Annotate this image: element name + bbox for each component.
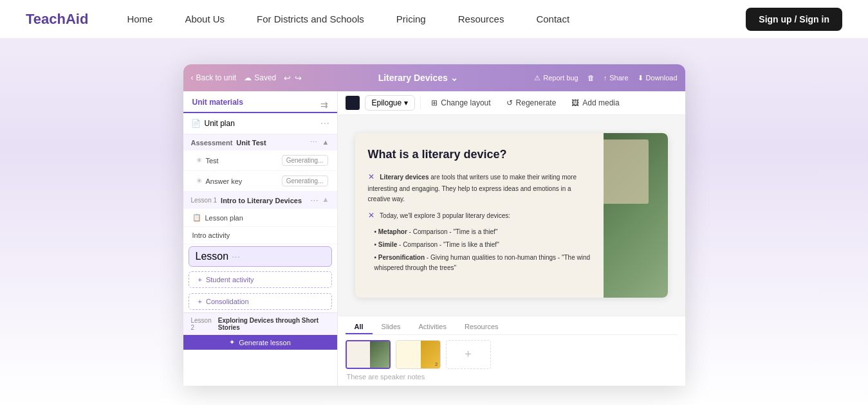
assessment-menu-icon[interactable]: ⋯	[310, 138, 317, 147]
slide-body: ✕ Literary devices are tools that writer…	[368, 171, 591, 273]
lesson2-label: Lesson 2	[191, 317, 214, 331]
plus-icon-consolidation: +	[198, 298, 202, 305]
nav-contact[interactable]: Contact	[536, 14, 569, 24]
back-to-unit-button[interactable]: ‹ Back to unit	[191, 73, 237, 82]
bullet-x-icon: ✕	[368, 172, 374, 181]
document-icon: 📄	[191, 119, 201, 128]
lesson2-header: Lesson 2 Exploring Devices through Short…	[183, 312, 337, 335]
slide-image-overlay	[604, 140, 649, 204]
slide-today-text: ✕ Today, we'll explore 3 popular literar…	[368, 210, 591, 222]
tab-all[interactable]: All	[346, 320, 373, 334]
sidebar-lesson-active[interactable]: Lesson ⋯	[189, 246, 332, 267]
download-icon: ⬇	[638, 74, 643, 82]
nav-districts[interactable]: For Districts and Schools	[257, 14, 364, 24]
right-panel: Epilogue ▾ ⊞ Change layout ↺ Regenerate …	[338, 91, 685, 386]
report-bug-button[interactable]: ⚠ Report bug	[534, 74, 578, 82]
tab-resources[interactable]: Resources	[456, 320, 508, 334]
sidebar: Unit materials ⇉ 📄 Unit plan ⋯ Assessmen…	[183, 91, 338, 386]
right-toolbar: Epilogue ▾ ⊞ Change layout ↺ Regenerate …	[338, 91, 685, 115]
epilogue-dropdown[interactable]: Epilogue ▾	[365, 95, 416, 111]
lesson1-header: Lesson 1 Intro to Literary Devices ⋯ ▲	[183, 192, 337, 209]
slide-today: Today, we'll explore 3 popular literary …	[380, 212, 510, 219]
undo-icon[interactable]: ↩	[284, 73, 291, 83]
main-content: Unit materials ⇉ 📄 Unit plan ⋯ Assessmen…	[183, 91, 685, 386]
sidebar-answer-key-item[interactable]: ✳ Answer key Generating...	[183, 171, 337, 192]
tab-slides[interactable]: Slides	[373, 320, 410, 334]
hero-section: ‹ Back to unit ☁ Saved ↩ ↪ Literary Devi…	[0, 39, 868, 405]
bullet-x-icon-2: ✕	[368, 211, 374, 220]
thumbnails-row: 2 +	[346, 340, 678, 369]
slide-title: What is a literary device?	[368, 147, 591, 162]
slide-content: What is a literary device? ✕ Literary de…	[355, 133, 604, 298]
nav-about[interactable]: About Us	[185, 14, 225, 24]
thumbnail-2[interactable]: 2	[396, 340, 441, 369]
generate-lesson-button[interactable]: ✦ Generate lesson	[183, 335, 337, 350]
lesson-menu-icon[interactable]: ⋯	[232, 252, 240, 262]
color-swatch[interactable]	[346, 96, 360, 110]
cloud-icon: ☁	[244, 73, 252, 82]
simile-text: - Comparison - "Time is like a thief"	[399, 241, 499, 248]
assessment-section-header: Assessment Unit Test ⋯ ▲	[183, 134, 337, 150]
chevron-down-icon-epilogue: ▾	[404, 98, 408, 107]
logo[interactable]: TeachAid	[26, 11, 88, 28]
chevron-left-icon: ‹	[191, 73, 194, 82]
sidebar-test-item[interactable]: ✳ Test Generating...	[183, 150, 337, 171]
assessment-label: Assessment	[191, 139, 233, 147]
regenerate-icon: ↺	[506, 98, 513, 107]
slide-bullet-personification: • Personification - Giving human qualiti…	[374, 253, 591, 273]
nav-home[interactable]: Home	[127, 14, 152, 24]
sidebar-unit-plan[interactable]: 📄 Unit plan ⋯	[183, 113, 337, 134]
lesson1-collapse-icon[interactable]: ▲	[322, 195, 329, 205]
undo-redo-group: ↩ ↪	[284, 73, 302, 83]
tabs-row: All Slides Activities Resources	[346, 320, 678, 335]
add-student-activity-button[interactable]: + Student activity	[189, 271, 332, 288]
generating-badge-test: Generating...	[282, 155, 328, 166]
delete-button[interactable]: 🗑	[587, 74, 595, 82]
add-media-button[interactable]: 🖼 Add media	[566, 96, 624, 110]
change-layout-button[interactable]: ⊞ Change layout	[426, 96, 495, 110]
simile-label: Simile	[378, 241, 397, 248]
nav-pricing[interactable]: Pricing	[396, 14, 426, 24]
sidebar-intro-activity[interactable]: Intro activity	[183, 227, 337, 244]
thumbnail-2-badge: 2	[435, 361, 438, 367]
sidebar-header: Unit materials ⇉	[183, 91, 337, 113]
toolbar-divider	[420, 96, 421, 109]
sidebar-lesson-plan[interactable]: 📋 Lesson plan	[183, 209, 337, 227]
regenerate-button[interactable]: ↺ Regenerate	[501, 96, 562, 110]
tab-activities[interactable]: Activities	[410, 320, 456, 334]
lesson1-label: Lesson 1	[191, 197, 217, 204]
collapse-sidebar-button[interactable]: ⇉	[320, 100, 328, 110]
loading-icon: ✳	[196, 156, 202, 165]
chevron-down-icon[interactable]: ⌄	[450, 73, 458, 83]
share-button[interactable]: ↑ Share	[604, 74, 629, 82]
signup-button[interactable]: Sign up / Sign in	[746, 8, 842, 31]
saved-badge: ☁ Saved	[244, 73, 276, 82]
unit-plan-menu-icon[interactable]: ⋯	[320, 118, 329, 129]
bug-icon: ⚠	[534, 74, 540, 82]
plus-icon-thumb: +	[465, 348, 472, 361]
sparkle-icon: ✦	[229, 338, 235, 346]
slide-bullet-metaphor: • Metaphor - Comparison - "Time is a thi…	[374, 227, 591, 237]
lesson2-title: Exploring Devices through Short Stories	[218, 317, 329, 331]
redo-icon[interactable]: ↪	[295, 73, 302, 83]
lesson1-menu-icon[interactable]: ⋯	[310, 195, 319, 205]
share-icon: ↑	[604, 74, 607, 82]
lesson1-title: Intro to Literary Devices	[221, 197, 302, 204]
slide-area: What is a literary device? ✕ Literary de…	[338, 115, 685, 316]
add-consolidation-button[interactable]: + Consolidation	[189, 293, 332, 310]
assessment-collapse-icon[interactable]: ▲	[322, 138, 329, 147]
speaker-notes[interactable]: These are speaker notes	[346, 370, 678, 383]
add-thumbnail-button[interactable]: +	[446, 340, 491, 369]
slide-bold-intro: Literary devices	[380, 174, 429, 181]
nav-resources[interactable]: Resources	[458, 14, 504, 24]
slide-bullet-simile: • Simile - Comparison - "Time is like a …	[374, 240, 591, 250]
plus-icon-student: +	[198, 276, 202, 284]
metaphor-label: Metaphor	[378, 228, 407, 235]
download-button[interactable]: ⬇ Download	[638, 74, 678, 82]
thumbnail-1[interactable]	[346, 340, 391, 369]
bottom-tabs-section: All Slides Activities Resources	[338, 316, 685, 386]
trash-icon: 🗑	[587, 74, 595, 82]
unit-materials-tab[interactable]: Unit materials	[192, 98, 243, 112]
generating-badge-answer: Generating...	[282, 176, 328, 186]
app-window: ‹ Back to unit ☁ Saved ↩ ↪ Literary Devi…	[183, 64, 685, 386]
